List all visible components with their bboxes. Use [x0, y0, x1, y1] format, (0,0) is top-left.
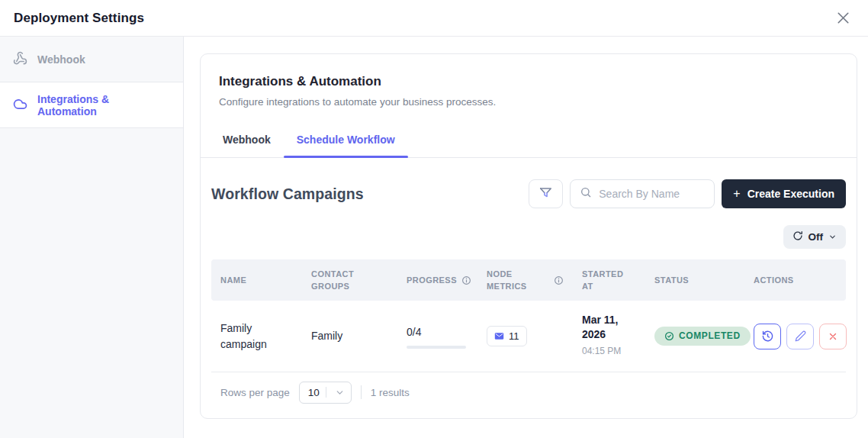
column-header-node-metrics: NODE METRICS	[477, 259, 573, 301]
history-icon	[761, 330, 774, 343]
tab-schedule-workflow[interactable]: Schedule Workflow	[284, 124, 408, 157]
pencil-icon	[795, 330, 806, 342]
search-icon	[580, 186, 592, 201]
started-date: Mar 11, 2026	[582, 313, 635, 342]
filter-icon	[538, 185, 553, 203]
integrations-card: Integrations & Automation Configure inte…	[200, 53, 857, 419]
workflow-campaigns-section: Workflow Campaigns	[201, 179, 857, 412]
x-icon	[828, 331, 838, 342]
modal-title: Deployment Settings	[14, 11, 144, 26]
cloud-icon	[13, 97, 27, 114]
modal-header: Deployment Settings	[0, 0, 868, 37]
edit-button[interactable]	[786, 324, 814, 349]
history-button[interactable]	[754, 324, 781, 349]
rows-per-page-label: Rows per page	[220, 387, 290, 398]
delete-button[interactable]	[819, 324, 847, 349]
sidebar-item-integrations[interactable]: Integrations & Automation	[0, 82, 183, 128]
tab-webhook[interactable]: Webhook	[210, 124, 284, 157]
progress-value: 0/4	[407, 324, 466, 340]
column-header-name: NAME	[211, 259, 302, 301]
plus-icon: +	[733, 188, 740, 200]
cell-progress: 0/4	[397, 301, 477, 372]
cell-name: Family campaign	[211, 301, 302, 372]
sidebar-item-label: Webhook	[37, 53, 85, 66]
webhook-icon	[13, 51, 27, 68]
started-time: 04:15 PM	[582, 343, 635, 359]
search-field	[570, 179, 715, 208]
campaigns-table: NAME CONTACT GROUPS PROGRESS	[211, 259, 846, 412]
auto-refresh-label: Off	[809, 231, 824, 243]
section-heading: Workflow Campaigns	[211, 185, 529, 203]
select-divider	[326, 387, 326, 398]
check-circle-icon	[664, 331, 674, 341]
column-header-started-at: STARTED AT	[573, 259, 645, 301]
column-header-status: STATUS	[645, 259, 744, 301]
progress-bar	[407, 346, 466, 349]
footer-divider	[361, 385, 362, 399]
search-input[interactable]	[599, 188, 705, 200]
tab-bar: Webhook Schedule Workflow	[201, 124, 857, 158]
cell-status: COMPLETED	[645, 301, 744, 372]
rows-per-page-select[interactable]: 10	[299, 382, 352, 404]
email-metric-chip[interactable]: 11	[487, 326, 527, 346]
card-subtitle: Configure integrations to automate your …	[219, 96, 838, 108]
column-header-progress: PROGRESS	[397, 259, 477, 301]
info-icon[interactable]	[554, 275, 564, 285]
settings-sidebar: Webhook Integrations & Automation	[0, 37, 184, 438]
status-badge: COMPLETED	[654, 327, 751, 346]
sidebar-item-label: Integrations & Automation	[37, 93, 170, 118]
refresh-icon	[792, 230, 803, 243]
cell-started-at: Mar 11, 2026 04:15 PM	[573, 301, 645, 372]
table-header: NAME CONTACT GROUPS PROGRESS	[211, 259, 846, 301]
create-execution-label: Create Execution	[747, 188, 834, 200]
sidebar-item-webhook[interactable]: Webhook	[0, 37, 183, 82]
campaigns-toolbar: Workflow Campaigns	[211, 179, 846, 208]
filter-button[interactable]	[529, 179, 563, 208]
card-header: Integrations & Automation Configure inte…	[201, 54, 857, 108]
deployment-settings-modal: Deployment Settings Webhook Integrations…	[0, 0, 868, 438]
column-header-contact-groups: CONTACT GROUPS	[302, 259, 397, 301]
cell-node-metrics: 11	[477, 301, 573, 372]
table-row: Family campaign Family 0/4	[211, 301, 846, 372]
chevron-down-icon	[828, 233, 837, 241]
email-count: 11	[509, 328, 519, 344]
mail-icon	[494, 331, 504, 341]
auto-refresh-toggle[interactable]: Off	[783, 225, 847, 249]
chevron-down-icon	[335, 388, 345, 398]
cell-actions	[744, 301, 856, 372]
status-label: COMPLETED	[679, 328, 741, 344]
cell-contact-groups: Family	[302, 301, 397, 372]
close-icon[interactable]	[833, 8, 853, 28]
table-pagination: Rows per page 10 1 results	[211, 372, 846, 412]
card-title: Integrations & Automation	[219, 74, 838, 89]
column-header-actions: ACTIONS	[744, 259, 846, 301]
info-icon[interactable]	[461, 275, 471, 285]
modal-body: Webhook Integrations & Automation Integr…	[0, 37, 868, 438]
main-area: Integrations & Automation Configure inte…	[184, 37, 868, 438]
rows-per-page-value: 10	[308, 387, 320, 398]
results-count: 1 results	[371, 387, 410, 398]
auto-refresh-row: Off	[211, 225, 846, 249]
create-execution-button[interactable]: + Create Execution	[722, 179, 846, 208]
